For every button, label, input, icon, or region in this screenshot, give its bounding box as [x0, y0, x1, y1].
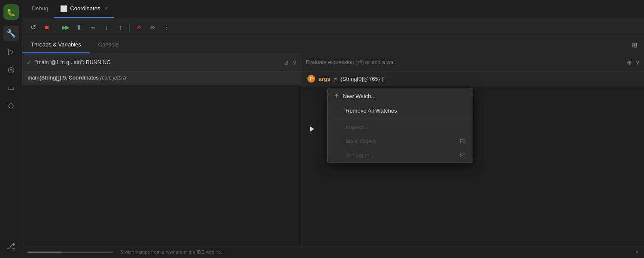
right-panel: ⊕ ∨ P args = {String[0]@765} [] + New Wa…	[301, 53, 644, 246]
variable-equals: =	[334, 76, 337, 82]
context-menu-mark-object: Mark Object... F3	[328, 134, 473, 148]
variable-type-icon: P	[307, 75, 315, 83]
sidebar-item-terminal[interactable]: ▭	[3, 80, 19, 95]
frame-item[interactable]: main(String[]):9, Coordinates (com.jetbr…	[22, 71, 301, 85]
tab-console-label: Console	[98, 41, 119, 48]
remove-all-watches-label: Remove All Watches	[346, 108, 397, 114]
step-into-button[interactable]: ↓	[100, 21, 113, 34]
rerun-button[interactable]: ↺	[27, 21, 39, 34]
sidebar: 🐛 🔧 ▷ ◎ ▭ ⊙ ⎇	[0, 0, 22, 258]
step-over-button[interactable]: ⤼	[86, 21, 99, 34]
set-value-label: Set Value...	[346, 152, 374, 159]
tab-debug-label: Debug	[32, 5, 48, 12]
tab-coordinates-icon: ⬜	[60, 5, 67, 12]
sidebar-icon-bug[interactable]: 🐛	[3, 4, 19, 20]
terminal-icon: ▭	[7, 83, 15, 92]
status-bar: Switch frames from anywhere in the IDE w…	[22, 246, 644, 258]
tab-threads-variables[interactable]: Threads & Variables	[22, 37, 90, 53]
pause-button[interactable]: ⏸	[73, 21, 85, 34]
mouse-cursor	[310, 126, 314, 132]
toolbar: ↺ ■ ▶▶ ⏸ ⤼ ↓ ↑ ⊘ ⊝ ⋮	[22, 18, 644, 37]
tab-threads-variables-label: Threads & Variables	[31, 41, 81, 48]
watch-input[interactable]	[306, 59, 623, 65]
left-panel: ✓ "main"@1 in g...ain": RUNNING ⊿ ∨ main…	[22, 53, 301, 246]
tools-icon: 🔧	[6, 29, 16, 38]
tab-console[interactable]: Console	[90, 37, 128, 53]
watch-bar: ⊕ ∨	[301, 53, 644, 71]
status-scrollbar[interactable]	[27, 252, 113, 253]
toolbar-separator-1	[56, 23, 56, 32]
sidebar-item-problems[interactable]: ⊙	[3, 98, 19, 114]
context-menu-new-watch[interactable]: + New Watch...	[328, 88, 473, 104]
frame-method: main(String[]):9, Coordinates	[27, 75, 100, 81]
variable-value: {String[0]@765} []	[340, 76, 385, 82]
sidebar-item-run[interactable]: ▷	[3, 44, 19, 59]
sidebar-item-git[interactable]: ⎇	[3, 238, 19, 254]
mute-breakpoints-button[interactable]: ⊝	[146, 21, 159, 34]
layout-button[interactable]: ⊞	[628, 39, 641, 52]
mark-object-label: Mark Object...	[346, 138, 380, 144]
variable-name: args	[319, 76, 330, 82]
watch-add-button[interactable]: ⊕	[627, 59, 632, 66]
status-text: Switch frames from anywhere in the IDE w…	[120, 249, 225, 255]
context-menu: + New Watch... Remove All Watches Inspec…	[327, 88, 473, 163]
tab-bar: Debug ⬜ Coordinates ✕	[22, 0, 644, 18]
set-value-shortcut: F2	[460, 153, 466, 159]
problems-icon: ⊙	[8, 101, 14, 111]
panel-body: ✓ "main"@1 in g...ain": RUNNING ⊿ ∨ main…	[22, 53, 644, 246]
var-icon-label: P	[310, 77, 313, 81]
toolbar-separator-2	[129, 23, 130, 32]
run-icon: ▷	[8, 47, 14, 56]
layout-icon: ⊞	[632, 41, 637, 49]
bug-icon: 🐛	[7, 8, 15, 16]
panel-header: Threads & Variables Console ⊞	[22, 37, 644, 53]
tab-debug[interactable]: Debug	[26, 0, 54, 18]
tab-close-button[interactable]: ✕	[104, 6, 108, 11]
context-menu-inspect: Inspect...	[328, 120, 473, 134]
frame-text: main(String[]):9, Coordinates (com.jetbr…	[27, 75, 126, 81]
inspect-label: Inspect...	[346, 124, 368, 130]
thread-name: "main"@1 in g...ain": RUNNING	[35, 59, 280, 65]
more-button[interactable]: ⋮	[160, 21, 173, 34]
new-watch-plus-icon: +	[334, 92, 338, 100]
thread-selector[interactable]: ✓ "main"@1 in g...ain": RUNNING ⊿ ∨	[22, 53, 301, 71]
profile-icon: ◎	[8, 65, 15, 74]
status-close-button[interactable]: ✕	[635, 249, 639, 255]
resume-button[interactable]: ▶▶	[59, 21, 72, 34]
tab-coordinates-label: Coordinates	[70, 5, 100, 12]
context-menu-divider-1	[328, 119, 473, 119]
variable-row: P args = {String[0]@765} []	[301, 71, 644, 86]
context-menu-remove-all-watches[interactable]: Remove All Watches	[328, 104, 473, 118]
context-menu-set-value: Set Value... F2	[328, 148, 473, 163]
status-scrollbar-thumb	[27, 252, 62, 253]
watch-dropdown-button[interactable]: ∨	[635, 59, 640, 66]
git-icon: ⎇	[6, 241, 15, 251]
new-watch-label: New Watch...	[343, 93, 376, 99]
mark-object-shortcut: F3	[460, 138, 466, 144]
stop-button[interactable]: ■	[40, 21, 53, 34]
thread-dropdown-button[interactable]: ∨	[292, 59, 297, 66]
sidebar-item-profile[interactable]: ◎	[3, 62, 19, 77]
frame-class: (com.jetbra	[100, 75, 126, 81]
panel-tabs: Threads & Variables Console	[22, 37, 628, 53]
thread-checkmark: ✓	[27, 59, 32, 66]
main-content: Debug ⬜ Coordinates ✕ ↺ ■ ▶▶ ⏸ ⤼ ↓ ↑ ⊘ ⊝…	[22, 0, 644, 258]
thread-filter-button[interactable]: ⊿	[284, 59, 289, 66]
step-out-button[interactable]: ↑	[114, 21, 127, 34]
sidebar-item-tools[interactable]: 🔧	[3, 26, 19, 41]
tab-coordinates[interactable]: ⬜ Coordinates ✕	[54, 0, 114, 18]
stop-at-breakpoint-button[interactable]: ⊘	[132, 21, 145, 34]
